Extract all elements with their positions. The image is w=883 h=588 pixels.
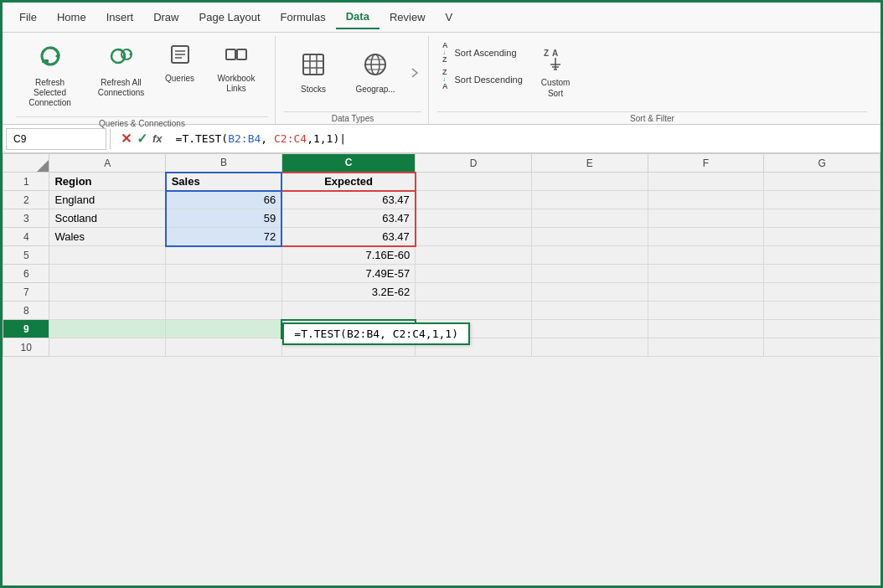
- cell-e9[interactable]: [531, 320, 648, 338]
- cell-d8[interactable]: [416, 302, 532, 320]
- formula-display[interactable]: =T.TEST(B2:B4, C2:C4,1,1)|: [176, 132, 877, 145]
- cell-b8[interactable]: [166, 302, 282, 320]
- refresh-selected-button[interactable]: Refresh Selected Connection: [16, 39, 84, 111]
- cell-b4[interactable]: 72: [166, 228, 282, 246]
- menu-page-layout[interactable]: Page Layout: [189, 6, 271, 28]
- data-types-expand-button[interactable]: [408, 48, 421, 98]
- cell-d6[interactable]: [416, 265, 532, 283]
- sort-descending-button[interactable]: Z ↓ A Sort Descending: [437, 66, 528, 93]
- cell-e8[interactable]: [531, 302, 648, 320]
- cell-c1[interactable]: Expected: [281, 173, 415, 191]
- cell-d4[interactable]: [416, 228, 532, 246]
- cell-c2[interactable]: 63.47: [281, 191, 415, 209]
- cell-e5[interactable]: [531, 246, 648, 265]
- row-header-9[interactable]: 9: [3, 320, 49, 338]
- cell-b5[interactable]: [166, 246, 282, 265]
- cell-d3[interactable]: [416, 209, 532, 228]
- row-header-3[interactable]: 3: [3, 209, 49, 228]
- col-header-c[interactable]: C: [281, 154, 415, 173]
- cell-b9[interactable]: [166, 320, 282, 338]
- cell-g1[interactable]: [764, 173, 880, 191]
- cell-e10[interactable]: [531, 338, 648, 357]
- cell-b1[interactable]: Sales: [166, 173, 282, 191]
- confirm-formula-button[interactable]: ✓: [137, 131, 147, 147]
- workbook-links-button[interactable]: Workbook Links: [204, 39, 268, 97]
- cell-g10[interactable]: [764, 338, 880, 357]
- cell-c8[interactable]: [281, 302, 415, 320]
- col-header-b[interactable]: B: [166, 154, 282, 173]
- menu-data[interactable]: Data: [336, 5, 380, 29]
- cell-g6[interactable]: [764, 265, 880, 283]
- cell-f3[interactable]: [648, 209, 764, 228]
- row-header-5[interactable]: 5: [3, 246, 49, 265]
- cell-d5[interactable]: [416, 246, 532, 265]
- col-header-f[interactable]: F: [648, 154, 764, 173]
- sort-ascending-button[interactable]: A ↓ Z Sort Ascending: [437, 39, 528, 66]
- cell-e7[interactable]: [531, 283, 648, 302]
- cell-e4[interactable]: [531, 228, 648, 246]
- cell-c9[interactable]: =T.TEST(B2:B4, C2:C4,1,1): [281, 320, 415, 338]
- cell-b2[interactable]: 66: [166, 191, 282, 209]
- cell-g7[interactable]: [764, 283, 880, 302]
- menu-more[interactable]: V: [436, 6, 463, 28]
- cell-a4[interactable]: Wales: [49, 228, 166, 246]
- cell-e6[interactable]: [531, 265, 648, 283]
- row-header-6[interactable]: 6: [3, 265, 49, 283]
- cell-f2[interactable]: [648, 191, 764, 209]
- menu-draw[interactable]: Draw: [143, 6, 188, 28]
- menu-insert[interactable]: Insert: [96, 6, 144, 28]
- cell-g9[interactable]: [764, 320, 880, 338]
- row-header-2[interactable]: 2: [3, 191, 49, 209]
- menu-formulas[interactable]: Formulas: [271, 6, 336, 28]
- cell-f10[interactable]: [648, 338, 764, 357]
- cell-f5[interactable]: [648, 246, 764, 265]
- cell-a7[interactable]: [49, 283, 166, 302]
- cell-g8[interactable]: [764, 302, 880, 320]
- cell-a5[interactable]: [49, 246, 166, 265]
- cell-b7[interactable]: [166, 283, 282, 302]
- cell-g3[interactable]: [764, 209, 880, 228]
- cell-f8[interactable]: [648, 302, 764, 320]
- cell-reference-box[interactable]: C9: [6, 128, 106, 150]
- cancel-formula-button[interactable]: ✕: [121, 131, 132, 147]
- cell-a10[interactable]: [49, 338, 166, 357]
- cell-e3[interactable]: [531, 209, 648, 228]
- cell-a2[interactable]: England: [49, 191, 166, 209]
- cell-c4[interactable]: 63.47: [281, 228, 415, 246]
- cell-f4[interactable]: [648, 228, 764, 246]
- cell-d1[interactable]: [416, 173, 532, 191]
- cell-f1[interactable]: [648, 173, 764, 191]
- cell-a3[interactable]: Scotland: [49, 209, 166, 228]
- col-header-d[interactable]: D: [416, 154, 532, 173]
- row-header-4[interactable]: 4: [3, 228, 49, 246]
- row-header-1[interactable]: 1: [3, 173, 49, 191]
- cell-f9[interactable]: [648, 320, 764, 338]
- menu-review[interactable]: Review: [380, 6, 436, 28]
- cell-c5[interactable]: 7.16E-60: [281, 246, 415, 265]
- col-header-a[interactable]: A: [49, 154, 166, 173]
- stocks-button[interactable]: Stocks: [284, 39, 343, 106]
- queries-button[interactable]: Queries: [158, 39, 201, 87]
- geography-button[interactable]: Geograp...: [346, 39, 405, 106]
- cell-b10[interactable]: [166, 338, 282, 357]
- cell-b6[interactable]: [166, 265, 282, 283]
- cell-c7[interactable]: 3.2E-62: [281, 283, 415, 302]
- menu-home[interactable]: Home: [47, 6, 96, 28]
- custom-sort-button[interactable]: Z A CustomSort: [531, 39, 580, 106]
- cell-a9[interactable]: [49, 320, 166, 338]
- cell-a1[interactable]: Region: [49, 173, 166, 191]
- cell-a6[interactable]: [49, 265, 166, 283]
- cell-c6[interactable]: 7.49E-57: [281, 265, 415, 283]
- cell-e2[interactable]: [531, 191, 648, 209]
- cell-e1[interactable]: [531, 173, 648, 191]
- cell-a8[interactable]: [49, 302, 166, 320]
- cell-f6[interactable]: [648, 265, 764, 283]
- cell-g4[interactable]: [764, 228, 880, 246]
- cell-g2[interactable]: [764, 191, 880, 209]
- row-header-8[interactable]: 8: [3, 302, 49, 320]
- cell-g5[interactable]: [764, 246, 880, 265]
- cell-c3[interactable]: 63.47: [281, 209, 415, 228]
- cell-d7[interactable]: [416, 283, 532, 302]
- row-header-7[interactable]: 7: [3, 283, 49, 302]
- refresh-all-button[interactable]: Refresh All Connections: [87, 39, 155, 101]
